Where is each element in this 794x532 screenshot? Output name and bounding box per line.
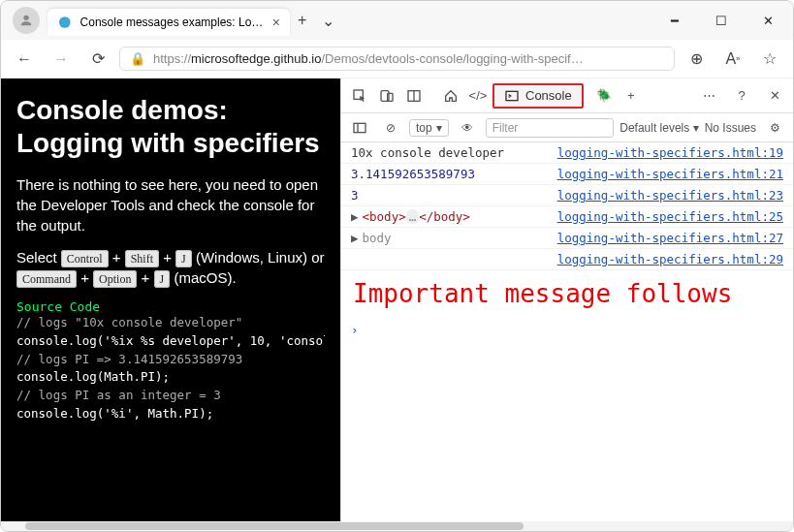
svg-point-0 [23, 16, 28, 20]
close-window-button[interactable]: ✕ [746, 6, 789, 35]
address-bar: ← → ⟳ 🔒 https://microsoftedge.github.io/… [1, 40, 793, 78]
source-link[interactable]: logging-with-specifiers.html:19 [557, 145, 783, 160]
source-code-heading: Source Code [16, 299, 325, 314]
log-levels-selector[interactable]: Default levels ▾ [619, 121, 698, 135]
kbd-shift: Shift [125, 250, 159, 267]
chevron-down-icon: ▾ [436, 121, 442, 135]
console-message: 3.141592653589793 logging-with-specifier… [341, 164, 793, 185]
live-expression-icon[interactable]: 👁 [455, 115, 480, 141]
console-tab[interactable]: Console [492, 83, 584, 109]
kbd-opt: Option [93, 270, 137, 288]
page-pane: Console demos: Logging with specifiers T… [1, 78, 340, 521]
svg-rect-8 [354, 123, 365, 132]
source-link[interactable]: logging-with-specifiers.html:29 [557, 252, 783, 266]
devtools-pane: </> Console 🪲 + ⋯ ? ✕ ⊘ top ▾ 👁 Filter D… [340, 78, 793, 521]
console-message: 3 logging-with-specifiers.html:23 [341, 185, 793, 206]
person-icon [18, 13, 34, 28]
console-toolbar: ⊘ top ▾ 👁 Filter Default levels ▾ No Iss… [341, 113, 793, 142]
context-selector[interactable]: top ▾ [409, 119, 449, 137]
maximize-button[interactable]: ☐ [700, 6, 743, 35]
new-tab-button[interactable]: + [290, 12, 314, 29]
expand-icon[interactable]: ▶ [351, 231, 359, 245]
kbd-ctrl: Control [61, 250, 109, 267]
more-tabs-button[interactable]: + [619, 83, 644, 109]
kbd-j: J [175, 250, 192, 267]
close-devtools-icon[interactable]: ✕ [762, 83, 787, 109]
clear-console-icon[interactable]: ⊘ [378, 115, 403, 141]
sidebar-toggle-icon[interactable] [347, 115, 372, 141]
edge-icon [57, 15, 73, 30]
console-message: 10x console developer logging-with-speci… [341, 142, 793, 164]
console-icon [504, 88, 520, 104]
source-link[interactable]: logging-with-specifiers.html:21 [557, 167, 783, 181]
tab-title: Console messages examples: Log… [80, 16, 265, 29]
content-area: Console demos: Logging with specifiers T… [1, 78, 793, 521]
styled-console-message: Important message follows [341, 270, 793, 319]
page-intro: There is nothing to see here, you need t… [16, 174, 325, 235]
favorite-icon[interactable]: ☆ [754, 44, 785, 75]
page-heading: Console demos: Logging with specifiers [16, 94, 325, 159]
tab-chevron-icon[interactable]: ⌄ [314, 12, 342, 30]
console-message: logging-with-specifiers.html:29 [341, 249, 793, 270]
panel-icon[interactable] [401, 83, 427, 109]
kbd-cmd: Command [16, 270, 77, 288]
devtools-tabbar: </> Console 🪲 + ⋯ ? ✕ [341, 78, 793, 113]
elements-tab-icon[interactable]: </> [465, 83, 491, 109]
settings-gear-icon[interactable]: ⚙ [762, 115, 787, 141]
profile-avatar[interactable] [13, 7, 40, 34]
source-link[interactable]: logging-with-specifiers.html:23 [557, 188, 783, 203]
page-shortcuts: Select Control + Shift + J (Windows, Lin… [16, 247, 325, 288]
filter-input[interactable]: Filter [486, 118, 615, 138]
minimize-button[interactable]: ━ [653, 6, 696, 35]
issues-link[interactable]: No Issues [705, 121, 756, 135]
help-icon[interactable]: ? [729, 83, 754, 109]
horizontal-scrollbar[interactable] [1, 521, 793, 531]
welcome-tab-icon[interactable] [438, 83, 463, 109]
device-icon[interactable] [374, 83, 399, 109]
scrollbar-thumb[interactable] [25, 522, 524, 530]
back-button[interactable]: ← [9, 44, 40, 75]
svg-rect-7 [506, 91, 518, 100]
console-output: 10x console developer logging-with-speci… [341, 142, 793, 521]
browser-tab[interactable]: Console messages examples: Log… × [48, 9, 290, 36]
source-link[interactable]: logging-with-specifiers.html:25 [557, 209, 783, 224]
lock-icon: 🔒 [130, 51, 145, 66]
refresh-button[interactable]: ⟳ [82, 44, 113, 75]
console-message: ▶body logging-with-specifiers.html:27 [341, 228, 793, 249]
bug-icon[interactable]: 🪲 [591, 83, 617, 109]
url-field[interactable]: 🔒 https://microsoftedge.github.io/Demos/… [119, 47, 675, 71]
console-message: ▶<body>…</body> logging-with-specifiers.… [341, 206, 793, 228]
source-link[interactable]: logging-with-specifiers.html:27 [557, 231, 783, 245]
close-tab-icon[interactable]: × [272, 15, 280, 30]
app-icon[interactable]: ⊕ [681, 44, 712, 75]
window-titlebar: Console messages examples: Log… × + ⌄ ━ … [1, 1, 793, 40]
more-icon[interactable]: ⋯ [696, 83, 721, 109]
forward-button: → [46, 44, 77, 75]
svg-point-1 [59, 16, 71, 28]
inspect-icon[interactable] [347, 83, 372, 109]
read-aloud-icon[interactable]: A» [717, 44, 748, 75]
console-prompt[interactable]: › [341, 319, 793, 341]
expand-icon[interactable]: ▶ [351, 209, 359, 224]
